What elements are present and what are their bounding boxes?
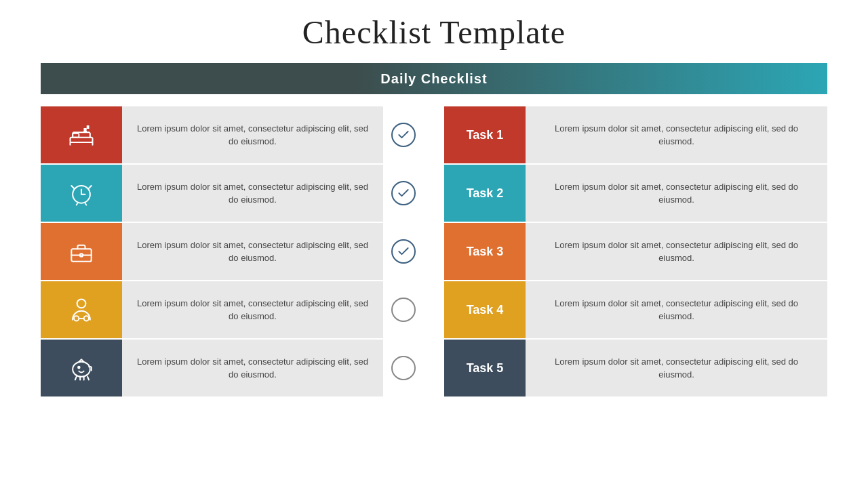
- checklist-row: Lorem ipsum dolor sit amet, consectetur …: [41, 340, 424, 396]
- task-label-cell-0: Task 1: [444, 106, 526, 163]
- svg-point-16: [84, 316, 89, 321]
- task-row: Task 5Lorem ipsum dolor sit amet, consec…: [444, 340, 827, 396]
- svg-point-19: [78, 367, 80, 369]
- check-cell[interactable]: [383, 281, 424, 338]
- svg-point-15: [74, 316, 79, 321]
- svg-text:z: z: [87, 125, 89, 129]
- task-label-cell-3: Task 4: [444, 281, 526, 338]
- page: Checklist Template Daily Checklist z z L…: [0, 0, 868, 488]
- check-cell[interactable]: [383, 340, 424, 396]
- svg-point-18: [73, 362, 90, 377]
- checklist-text-cell: Lorem ipsum dolor sit amet, consectetur …: [122, 281, 383, 338]
- check-circle-3[interactable]: [391, 298, 416, 322]
- svg-line-20: [75, 377, 77, 380]
- icon-cell-3: [41, 281, 122, 338]
- icon-cell-4: [41, 340, 122, 396]
- svg-rect-1: [73, 134, 79, 138]
- icon-cell-2: [41, 223, 122, 280]
- task-row: Task 2Lorem ipsum dolor sit amet, consec…: [444, 165, 827, 222]
- task-label-cell-4: Task 5: [444, 340, 526, 396]
- svg-rect-0: [71, 138, 93, 142]
- task-text-cell: Lorem ipsum dolor sit amet, consectetur …: [526, 106, 827, 163]
- icon-cell-0: z z: [41, 106, 122, 163]
- check-cell[interactable]: [383, 223, 424, 280]
- svg-line-23: [87, 377, 89, 380]
- task-text: Lorem ipsum dolor sit amet, consectetur …: [536, 355, 816, 382]
- task-label-cell-2: Task 3: [444, 223, 526, 280]
- checklist-row: Lorem ipsum dolor sit amet, consectetur …: [41, 281, 424, 338]
- check-circle-2[interactable]: [391, 239, 416, 264]
- task-text-cell: Lorem ipsum dolor sit amet, consectetur …: [526, 165, 827, 222]
- task-row: Task 1Lorem ipsum dolor sit amet, consec…: [444, 106, 827, 163]
- task-label-cell-1: Task 2: [444, 165, 526, 222]
- checklist-row: z z Lorem ipsum dolor sit amet, consecte…: [41, 106, 424, 163]
- check-circle-0[interactable]: [391, 123, 416, 147]
- task-label-1: Task 2: [467, 186, 504, 201]
- checklist-text-cell: Lorem ipsum dolor sit amet, consectetur …: [122, 165, 383, 222]
- task-text: Lorem ipsum dolor sit amet, consectetur …: [536, 122, 816, 148]
- checklist-text-cell: Lorem ipsum dolor sit amet, consectetur …: [122, 340, 383, 396]
- check-circle-4[interactable]: [391, 356, 416, 380]
- header-bar: Daily Checklist: [41, 63, 827, 94]
- content-area: z z Lorem ipsum dolor sit amet, consecte…: [41, 106, 827, 474]
- checklist-text: Lorem ipsum dolor sit amet, consectetur …: [133, 239, 372, 265]
- task-label-2: Task 3: [467, 245, 504, 259]
- svg-point-14: [77, 299, 86, 308]
- task-text-cell: Lorem ipsum dolor sit amet, consectetur …: [526, 223, 827, 280]
- task-text-cell: Lorem ipsum dolor sit amet, consectetur …: [526, 281, 827, 338]
- checklist-row: Lorem ipsum dolor sit amet, consectetur …: [41, 223, 424, 280]
- check-cell[interactable]: [383, 165, 424, 222]
- right-section: Task 1Lorem ipsum dolor sit amet, consec…: [444, 106, 827, 474]
- checklist-text: Lorem ipsum dolor sit amet, consectetur …: [133, 355, 372, 382]
- icon-cell-1: [41, 165, 122, 222]
- task-label-4: Task 5: [467, 361, 504, 375]
- checklist-text: Lorem ipsum dolor sit amet, consectetur …: [133, 122, 372, 148]
- task-label-0: Task 1: [467, 128, 504, 142]
- task-label-3: Task 4: [467, 303, 504, 317]
- task-row: Task 4Lorem ipsum dolor sit amet, consec…: [444, 281, 827, 338]
- check-circle-1[interactable]: [391, 181, 416, 205]
- task-text-cell: Lorem ipsum dolor sit amet, consectetur …: [526, 340, 827, 396]
- task-row: Task 3Lorem ipsum dolor sit amet, consec…: [444, 223, 827, 280]
- checklist-text: Lorem ipsum dolor sit amet, consectetur …: [133, 297, 372, 323]
- task-text: Lorem ipsum dolor sit amet, consectetur …: [536, 297, 816, 323]
- left-section: z z Lorem ipsum dolor sit amet, consecte…: [41, 106, 424, 474]
- task-text: Lorem ipsum dolor sit amet, consectetur …: [536, 239, 816, 265]
- task-text: Lorem ipsum dolor sit amet, consectetur …: [536, 180, 816, 207]
- checklist-text-cell: Lorem ipsum dolor sit amet, consectetur …: [122, 223, 383, 280]
- svg-text:z: z: [84, 127, 87, 133]
- check-cell[interactable]: [383, 106, 424, 163]
- page-title: Checklist Template: [302, 14, 566, 51]
- header-bar-title: Daily Checklist: [380, 71, 487, 87]
- svg-line-9: [77, 203, 78, 205]
- checklist-row: Lorem ipsum dolor sit amet, consectetur …: [41, 165, 424, 222]
- svg-line-10: [85, 203, 87, 205]
- checklist-text-cell: Lorem ipsum dolor sit amet, consectetur …: [122, 106, 383, 163]
- checklist-text: Lorem ipsum dolor sit amet, consectetur …: [133, 180, 372, 207]
